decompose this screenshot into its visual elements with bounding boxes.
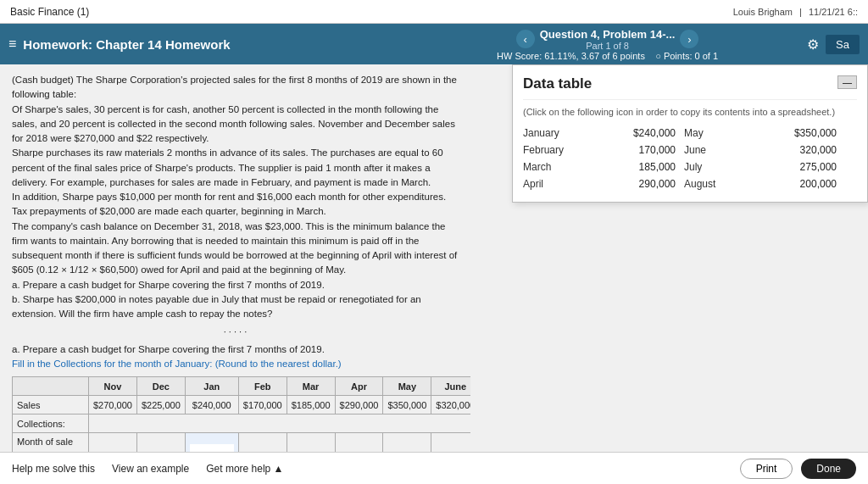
dt-month2-r1: May [684, 125, 752, 141]
dt-val1-r3: 185,000 [599, 159, 676, 175]
bottom-bar-left: Help me solve this View an example Get m… [12, 463, 283, 475]
month-sale-jan-cell[interactable] [185, 433, 238, 452]
help-me-solve-button[interactable]: Help me solve this [12, 463, 95, 475]
dt-month2-r4: August [684, 176, 752, 192]
get-more-help-button[interactable]: Get more help ▲ [206, 463, 283, 475]
dt-val2-r1: $350,000 [760, 125, 837, 141]
month-sale-label: Month of sale (30%) [13, 433, 89, 452]
nav-bar-left: ≡ Homework: Chapter 14 Homework [8, 36, 408, 52]
save-button[interactable]: Sa [826, 35, 860, 54]
dt-val1-r2: 170,000 [599, 142, 676, 158]
user-name: Louis Brigham [733, 7, 793, 17]
top-bar-right: Louis Brigham | 11/21/21 6:: [733, 7, 858, 17]
intro-text: (Cash budget) The Sharpe Corporation's p… [12, 73, 459, 103]
nav-right: ⚙ Sa [807, 35, 860, 54]
points-value: 0 of 1 [695, 51, 719, 61]
dt-month1-r1: January [523, 125, 591, 141]
sales-may: $350,000 [383, 396, 431, 414]
nav-score: HW Score: 61.11%, 3.67 of 6 points ○ Poi… [497, 51, 718, 61]
sales-dec: $225,000 [136, 396, 185, 414]
points-label: Points: [664, 51, 693, 61]
question-label: Question 4, Problem 14-... [540, 28, 676, 41]
table-row: Sales $270,000 $225,000 $240,000 $170,00… [13, 396, 471, 414]
left-content: (Cash budget) The Sharpe Corporation's p… [0, 64, 470, 452]
month-sale-jan-input[interactable] [190, 444, 234, 453]
separator: | [799, 7, 802, 17]
settings-button[interactable]: ⚙ [807, 36, 819, 53]
date-display: 11/21/21 6:: [809, 7, 858, 17]
col-header-feb: Feb [238, 377, 287, 396]
nav-center: ‹ Question 4, Problem 14-... Part 1 of 8… [408, 28, 807, 61]
dt-val1-r1: $240,000 [599, 125, 676, 141]
minimize-button[interactable]: — [837, 75, 857, 89]
col-header-nov: Nov [89, 377, 137, 396]
prev-question-button[interactable]: ‹ [516, 30, 535, 48]
fill-instruction: Fill in the Collections for the month of… [12, 357, 459, 371]
sales-feb: $170,000 [238, 396, 287, 414]
data-table-panel: Data table — (Click on the following ico… [512, 64, 868, 203]
dt-month1-r2: February [523, 142, 591, 158]
done-button[interactable]: Done [801, 459, 856, 479]
print-button[interactable]: Print [740, 459, 793, 479]
sales-mar: $185,000 [287, 396, 335, 414]
nav-title: Homework: Chapter 14 Homework [23, 37, 230, 52]
p4-text: The company's cash balance on December 3… [12, 220, 459, 278]
dt-val2-r4: 200,000 [760, 176, 837, 192]
view-example-button[interactable]: View an example [112, 463, 189, 475]
hamburger-icon[interactable]: ≡ [8, 36, 16, 52]
question-info: Question 4, Problem 14-... Part 1 of 8 [540, 28, 676, 51]
sales-label: Sales [13, 396, 89, 414]
dt-val2-r3: 275,000 [760, 159, 837, 175]
data-table-grid: January $240,000 May $350,000 February 1… [523, 125, 857, 192]
hw-score-label: HW Score: [497, 51, 542, 61]
p3-text: In addition, Sharpe pays $10,000 per mon… [12, 190, 459, 220]
sales-jan: $240,000 [185, 396, 238, 414]
collections-table: Nov Dec Jan Feb Mar Apr May June July Sa… [12, 376, 470, 452]
data-table-note: (Click on the following icon in order to… [523, 99, 857, 117]
col-header-apr: Apr [335, 377, 383, 396]
next-question-button[interactable]: › [680, 30, 698, 48]
col-header-may: May [383, 377, 431, 396]
col-header-dec: Dec [136, 377, 185, 396]
data-table-title: Data table [523, 75, 592, 92]
dt-month1-r4: April [523, 176, 591, 192]
nav-center-row: ‹ Question 4, Problem 14-... Part 1 of 8… [516, 28, 699, 51]
bottom-bar: Help me solve this View an example Get m… [0, 452, 868, 484]
p2-text: Sharpe purchases its raw materials 2 mon… [12, 146, 459, 190]
col-header-jan: Jan [185, 377, 238, 396]
top-bar: Basic Finance (1) Louis Brigham | 11/21/… [0, 0, 868, 24]
table-row: Collections: [13, 414, 471, 433]
question-b: b. Sharpe has $200,000 in notes payable … [12, 292, 459, 322]
bottom-bar-right: Print Done [740, 459, 856, 479]
question-a-repeat: a. Prepare a cash budget for Sharpe cove… [12, 342, 459, 357]
dt-month2-r3: July [684, 159, 752, 175]
sales-apr: $290,000 [335, 396, 383, 414]
sales-jun: $320,000 [431, 396, 470, 414]
dt-val2-r2: 320,000 [760, 142, 837, 158]
table-row: Month of sale (30%) [13, 433, 471, 452]
col-header-empty [13, 377, 89, 396]
dt-val1-r4: 290,000 [599, 176, 676, 192]
col-header-mar: Mar [287, 377, 335, 396]
collections-label: Collections: [13, 414, 89, 433]
dt-month1-r3: March [523, 159, 591, 175]
app-title: Basic Finance (1) [10, 6, 89, 18]
hw-score-value: 61.11%, 3.67 of 6 points [544, 51, 645, 61]
fill-label-text: Fill in the Collections for the month of… [12, 359, 213, 369]
part-label: Part 1 of 8 [540, 41, 676, 51]
col-header-june: June [431, 377, 470, 396]
question-a: a. Prepare a cash budget for Sharpe cove… [12, 278, 459, 292]
dt-month2-r2: June [684, 142, 752, 158]
ellipsis: · · · · · [12, 325, 459, 339]
sales-nov: $270,000 [89, 396, 137, 414]
p1-text: Of Sharpe's sales, 30 percent is for cas… [12, 103, 459, 147]
nav-bar: ≡ Homework: Chapter 14 Homework ‹ Questi… [0, 24, 868, 64]
fill-note: (Round to the nearest dollar.) [215, 359, 342, 369]
